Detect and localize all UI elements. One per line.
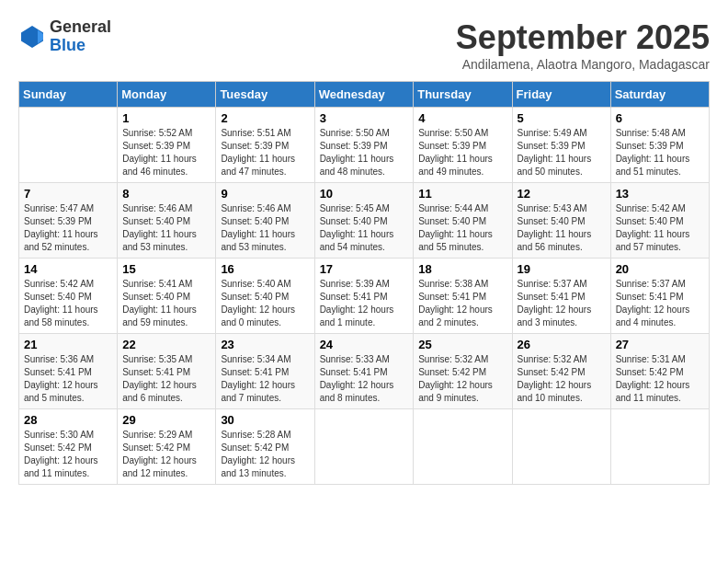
calendar-cell: 10Sunrise: 5:45 AM Sunset: 5:40 PM Dayli… [314, 183, 414, 259]
day-info: Sunrise: 5:44 AM Sunset: 5:40 PM Dayligh… [418, 202, 506, 254]
day-number: 16 [221, 262, 309, 276]
day-info: Sunrise: 5:29 AM Sunset: 5:42 PM Dayligh… [122, 429, 210, 480]
calendar-cell [414, 409, 512, 485]
svg-marker-1 [38, 29, 43, 43]
day-number: 8 [122, 187, 210, 201]
calendar-cell: 6Sunrise: 5:48 AM Sunset: 5:39 PM Daylig… [610, 108, 709, 183]
day-number: 21 [24, 338, 112, 351]
calendar-table: SundayMondayTuesdayWednesdayThursdayFrid… [18, 81, 710, 485]
day-info: Sunrise: 5:37 AM Sunset: 5:41 PM Dayligh… [616, 278, 704, 329]
calendar-cell: 19Sunrise: 5:37 AM Sunset: 5:41 PM Dayli… [512, 259, 610, 334]
day-number: 17 [320, 262, 409, 276]
day-info: Sunrise: 5:28 AM Sunset: 5:42 PM Dayligh… [221, 429, 309, 480]
logo: General Blue [18, 18, 111, 55]
day-info: Sunrise: 5:45 AM Sunset: 5:40 PM Dayligh… [320, 202, 409, 254]
day-number: 4 [418, 111, 506, 125]
day-info: Sunrise: 5:48 AM Sunset: 5:39 PM Dayligh… [616, 127, 704, 178]
location-subtitle: Andilamena, Alaotra Mangoro, Madagascar [456, 57, 710, 72]
month-title: September 2025 [456, 18, 710, 57]
day-info: Sunrise: 5:31 AM Sunset: 5:42 PM Dayligh… [616, 353, 704, 405]
day-number: 19 [518, 262, 606, 276]
logo-icon [18, 23, 46, 51]
calendar-cell: 2Sunrise: 5:51 AM Sunset: 5:39 PM Daylig… [216, 108, 314, 183]
day-number: 27 [616, 338, 704, 351]
calendar-week-row: 7Sunrise: 5:47 AM Sunset: 5:39 PM Daylig… [19, 183, 710, 259]
day-info: Sunrise: 5:42 AM Sunset: 5:40 PM Dayligh… [24, 278, 112, 329]
calendar-header-wednesday: Wednesday [314, 82, 414, 108]
day-number: 6 [616, 111, 704, 125]
day-number: 12 [518, 187, 606, 201]
calendar-cell: 20Sunrise: 5:37 AM Sunset: 5:41 PM Dayli… [610, 259, 709, 334]
day-number: 26 [518, 338, 606, 351]
calendar-cell: 23Sunrise: 5:34 AM Sunset: 5:41 PM Dayli… [216, 334, 314, 409]
day-number: 10 [320, 187, 409, 201]
calendar-cell [610, 409, 709, 485]
day-number: 25 [418, 338, 506, 351]
day-number: 18 [418, 262, 506, 276]
calendar-cell: 14Sunrise: 5:42 AM Sunset: 5:40 PM Dayli… [19, 259, 118, 334]
day-info: Sunrise: 5:52 AM Sunset: 5:39 PM Dayligh… [122, 127, 210, 178]
calendar-cell: 16Sunrise: 5:40 AM Sunset: 5:40 PM Dayli… [216, 259, 314, 334]
calendar-cell: 9Sunrise: 5:46 AM Sunset: 5:40 PM Daylig… [216, 183, 314, 259]
day-number: 28 [24, 413, 112, 427]
day-info: Sunrise: 5:33 AM Sunset: 5:41 PM Dayligh… [320, 353, 409, 405]
day-info: Sunrise: 5:42 AM Sunset: 5:40 PM Dayligh… [616, 202, 704, 254]
day-info: Sunrise: 5:38 AM Sunset: 5:41 PM Dayligh… [418, 278, 506, 329]
day-number: 15 [122, 262, 210, 276]
calendar-header-thursday: Thursday [414, 82, 512, 108]
day-info: Sunrise: 5:32 AM Sunset: 5:42 PM Dayligh… [518, 353, 606, 405]
calendar-cell: 12Sunrise: 5:43 AM Sunset: 5:40 PM Dayli… [512, 183, 610, 259]
calendar-header-saturday: Saturday [610, 82, 709, 108]
day-info: Sunrise: 5:41 AM Sunset: 5:40 PM Dayligh… [122, 278, 210, 329]
day-info: Sunrise: 5:50 AM Sunset: 5:39 PM Dayligh… [320, 127, 409, 178]
calendar-cell: 5Sunrise: 5:49 AM Sunset: 5:39 PM Daylig… [512, 108, 610, 183]
day-info: Sunrise: 5:46 AM Sunset: 5:40 PM Dayligh… [221, 202, 309, 254]
day-number: 30 [221, 413, 309, 427]
calendar-cell: 15Sunrise: 5:41 AM Sunset: 5:40 PM Dayli… [118, 259, 216, 334]
calendar-cell: 26Sunrise: 5:32 AM Sunset: 5:42 PM Dayli… [512, 334, 610, 409]
calendar-cell: 8Sunrise: 5:46 AM Sunset: 5:40 PM Daylig… [118, 183, 216, 259]
calendar-cell: 4Sunrise: 5:50 AM Sunset: 5:39 PM Daylig… [414, 108, 512, 183]
day-info: Sunrise: 5:30 AM Sunset: 5:42 PM Dayligh… [24, 429, 112, 480]
calendar-header-sunday: Sunday [19, 82, 118, 108]
calendar-cell: 25Sunrise: 5:32 AM Sunset: 5:42 PM Dayli… [414, 334, 512, 409]
day-info: Sunrise: 5:40 AM Sunset: 5:40 PM Dayligh… [221, 278, 309, 329]
day-number: 9 [221, 187, 309, 201]
calendar-cell: 21Sunrise: 5:36 AM Sunset: 5:41 PM Dayli… [19, 334, 118, 409]
title-section: September 2025 Andilamena, Alaotra Mango… [456, 18, 710, 72]
calendar-week-row: 1Sunrise: 5:52 AM Sunset: 5:39 PM Daylig… [19, 108, 710, 183]
calendar-header-monday: Monday [118, 82, 216, 108]
day-info: Sunrise: 5:34 AM Sunset: 5:41 PM Dayligh… [221, 353, 309, 405]
day-info: Sunrise: 5:43 AM Sunset: 5:40 PM Dayligh… [518, 202, 606, 254]
calendar-header-tuesday: Tuesday [216, 82, 314, 108]
calendar-cell: 29Sunrise: 5:29 AM Sunset: 5:42 PM Dayli… [118, 409, 216, 485]
calendar-cell: 17Sunrise: 5:39 AM Sunset: 5:41 PM Dayli… [314, 259, 414, 334]
page-header: General Blue September 2025 Andilamena, … [18, 18, 710, 72]
calendar-week-row: 14Sunrise: 5:42 AM Sunset: 5:40 PM Dayli… [19, 259, 710, 334]
calendar-cell: 1Sunrise: 5:52 AM Sunset: 5:39 PM Daylig… [118, 108, 216, 183]
calendar-header-friday: Friday [512, 82, 610, 108]
calendar-cell: 28Sunrise: 5:30 AM Sunset: 5:42 PM Dayli… [19, 409, 118, 485]
day-number: 20 [616, 262, 704, 276]
day-info: Sunrise: 5:49 AM Sunset: 5:39 PM Dayligh… [518, 127, 606, 178]
calendar-cell: 24Sunrise: 5:33 AM Sunset: 5:41 PM Dayli… [314, 334, 414, 409]
calendar-cell: 7Sunrise: 5:47 AM Sunset: 5:39 PM Daylig… [19, 183, 118, 259]
day-info: Sunrise: 5:46 AM Sunset: 5:40 PM Dayligh… [122, 202, 210, 254]
day-number: 24 [320, 338, 409, 351]
day-number: 2 [221, 111, 309, 125]
day-number: 11 [418, 187, 506, 201]
day-info: Sunrise: 5:50 AM Sunset: 5:39 PM Dayligh… [418, 127, 506, 178]
day-info: Sunrise: 5:51 AM Sunset: 5:39 PM Dayligh… [221, 127, 309, 178]
logo-general-text: General [50, 18, 111, 37]
day-info: Sunrise: 5:39 AM Sunset: 5:41 PM Dayligh… [320, 278, 409, 329]
calendar-cell [19, 108, 118, 183]
day-number: 14 [24, 262, 112, 276]
day-number: 29 [122, 413, 210, 427]
calendar-cell: 27Sunrise: 5:31 AM Sunset: 5:42 PM Dayli… [610, 334, 709, 409]
day-info: Sunrise: 5:35 AM Sunset: 5:41 PM Dayligh… [122, 353, 210, 405]
logo-blue-text: Blue [50, 37, 111, 55]
calendar-week-row: 28Sunrise: 5:30 AM Sunset: 5:42 PM Dayli… [19, 409, 710, 485]
day-info: Sunrise: 5:32 AM Sunset: 5:42 PM Dayligh… [418, 353, 506, 405]
calendar-cell: 3Sunrise: 5:50 AM Sunset: 5:39 PM Daylig… [314, 108, 414, 183]
day-number: 13 [616, 187, 704, 201]
